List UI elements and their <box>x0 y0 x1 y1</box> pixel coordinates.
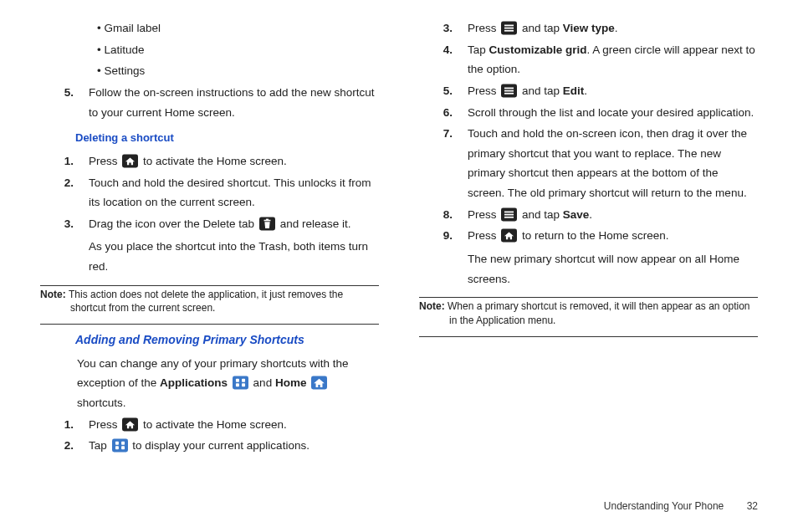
left-column: Gmail label Latitude Settings 5. Follow … <box>40 18 379 485</box>
step-number: 5. <box>40 83 89 122</box>
step-number: 8. <box>419 205 468 225</box>
trash-icon <box>259 217 275 231</box>
step-text: Follow the on-screen instructions to add… <box>89 83 379 122</box>
step-text: Tap to display your current applications… <box>89 436 379 456</box>
footer-section: Understanding Your Phone <box>604 500 724 512</box>
note-text: Note: This action does not delete the ap… <box>40 288 379 316</box>
footer-page-number: 32 <box>747 500 758 512</box>
step-item: 1. Press to activate the Home screen. <box>40 415 379 435</box>
step-item: 2. Touch and hold the desired shortcut. … <box>40 173 379 212</box>
step-number: 1. <box>40 415 89 435</box>
step-item: 5. Follow the on-screen instructions to … <box>40 83 379 122</box>
step-text: Touch and hold the desired shortcut. Thi… <box>89 173 379 212</box>
home-app-icon <box>311 376 327 390</box>
step-text: Press to activate the Home screen. <box>89 151 379 171</box>
step-text: Press to return to the Home screen. The … <box>468 226 758 289</box>
menu-key-icon <box>501 84 517 98</box>
step-number: 2. <box>40 436 89 456</box>
step-number: 1. <box>40 151 89 171</box>
step-number: 9. <box>419 226 468 289</box>
right-column: 3. Press and tap View type. 4. Tap Custo… <box>419 18 758 485</box>
step-number: 6. <box>419 103 468 123</box>
step-item: 6. Scroll through the list and locate yo… <box>419 103 758 123</box>
step-text: Press to activate the Home screen. <box>89 415 379 435</box>
step-item: 2. Tap to display your current applicati… <box>40 436 379 456</box>
step-item: 5. Press and tap Edit. <box>419 81 758 101</box>
bullet-item: Settings <box>97 61 379 81</box>
step-number: 2. <box>40 173 89 212</box>
heading-deleting-shortcut: Deleting a shortcut <box>75 129 379 148</box>
note-text: Note: When a primary shortcut is removed… <box>419 299 758 328</box>
home-key-icon <box>501 228 517 243</box>
step-number: 3. <box>40 214 89 277</box>
note-divider <box>40 324 379 325</box>
menu-key-icon <box>501 207 517 222</box>
step-text: Scroll through the list and locate your … <box>468 103 758 123</box>
note-divider <box>40 285 379 286</box>
page-footer: Understanding Your Phone 32 <box>0 500 798 512</box>
bullet-item: Latitude <box>97 40 379 60</box>
applications-icon <box>112 438 128 453</box>
step-item: 4. Tap Customizable grid. A green circle… <box>419 40 758 79</box>
note-divider <box>419 297 758 298</box>
bullet-item: Gmail label <box>97 18 379 38</box>
step-item: 9. Press to return to the Home screen. T… <box>419 226 758 289</box>
menu-key-icon <box>501 21 517 35</box>
heading-adding-removing: Adding and Removing Primary Shortcuts <box>75 330 379 350</box>
step-text: Press and tap Edit. <box>468 81 758 101</box>
step-text: Press and tap View type. <box>468 18 758 38</box>
home-key-icon <box>122 154 138 168</box>
home-key-icon <box>122 417 138 432</box>
step-number: 7. <box>419 124 468 203</box>
step-number: 5. <box>419 81 468 101</box>
note-divider <box>419 336 758 337</box>
intro-text: You can change any of your primary short… <box>77 354 379 413</box>
step-item: 3. Drag the icon over the Delete tab and… <box>40 214 379 277</box>
step-item: 8. Press and tap Save. <box>419 205 758 225</box>
step-item: 7. Touch and hold the on-screen icon, th… <box>419 124 758 203</box>
step-text: Tap Customizable grid. A green circle wi… <box>468 40 758 79</box>
step-item: 1. Press to activate the Home screen. <box>40 151 379 171</box>
step-text: Press and tap Save. <box>468 205 758 225</box>
step-number: 4. <box>419 40 468 79</box>
applications-icon <box>233 376 248 390</box>
step-number: 3. <box>419 18 468 38</box>
step-text: Drag the icon over the Delete tab and re… <box>89 214 379 277</box>
step-text: Touch and hold the on-screen icon, then … <box>468 124 758 203</box>
page-body: Gmail label Latitude Settings 5. Follow … <box>0 0 798 499</box>
step-item: 3. Press and tap View type. <box>419 18 758 38</box>
